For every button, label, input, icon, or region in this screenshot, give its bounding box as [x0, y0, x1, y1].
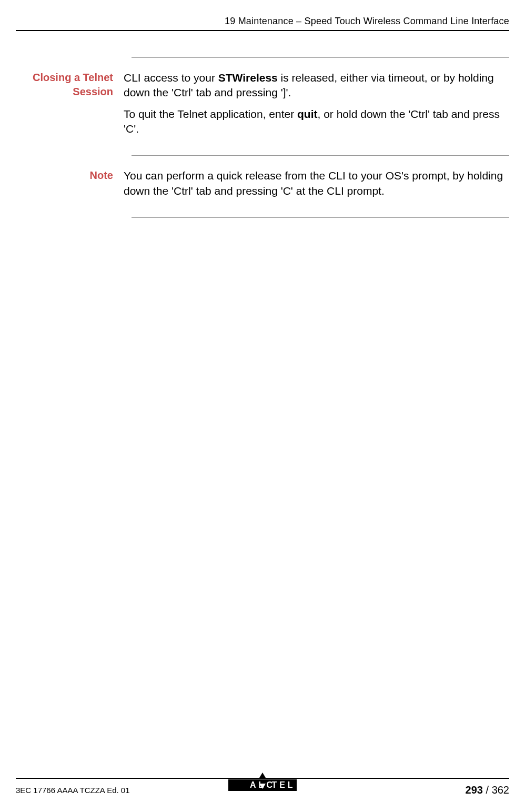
paragraph: To quit the Telnet application, enter qu…	[124, 107, 509, 137]
alcatel-logo: ALC TEL	[220, 773, 305, 795]
section-closing-telnet: Closing a Telnet Session CLI access to y…	[16, 71, 509, 143]
section-body: CLI access to your STWireless is release…	[124, 71, 509, 143]
page-footer: 3EC 17766 AAAA TCZZA Ed. 01 ALC TEL 293 …	[16, 778, 509, 796]
alcatel-logo-icon: ALC TEL	[220, 773, 305, 795]
section-note: Note You can perform a quick release fro…	[16, 168, 509, 205]
section-divider	[132, 155, 509, 156]
text: To quit the Telnet application, enter	[124, 108, 297, 120]
section-label: Note	[16, 168, 124, 205]
text-bold: STWireless	[218, 72, 278, 84]
section-label: Closing a Telnet Session	[16, 71, 124, 143]
svg-marker-0	[259, 773, 266, 778]
section-divider	[132, 57, 509, 58]
text: CLI access to your	[124, 72, 218, 84]
page-current: 293	[466, 784, 483, 796]
header-title: 19 Maintenance – Speed Touch Wireless Co…	[225, 16, 509, 26]
doc-id: 3EC 17766 AAAA TCZZA Ed. 01	[16, 786, 130, 795]
svg-text:TEL: TEL	[271, 780, 295, 789]
text-bold: quit	[297, 108, 317, 120]
section-body: You can perform a quick release from the…	[124, 168, 509, 205]
section-divider	[132, 217, 509, 218]
page-content: Closing a Telnet Session CLI access to y…	[16, 57, 509, 218]
page-header: 19 Maintenance – Speed Touch Wireless Co…	[16, 16, 509, 31]
page-number: 293 / 362	[466, 784, 509, 796]
paragraph: CLI access to your STWireless is release…	[124, 71, 509, 101]
paragraph: You can perform a quick release from the…	[124, 168, 509, 198]
page-total: 362	[492, 784, 509, 796]
